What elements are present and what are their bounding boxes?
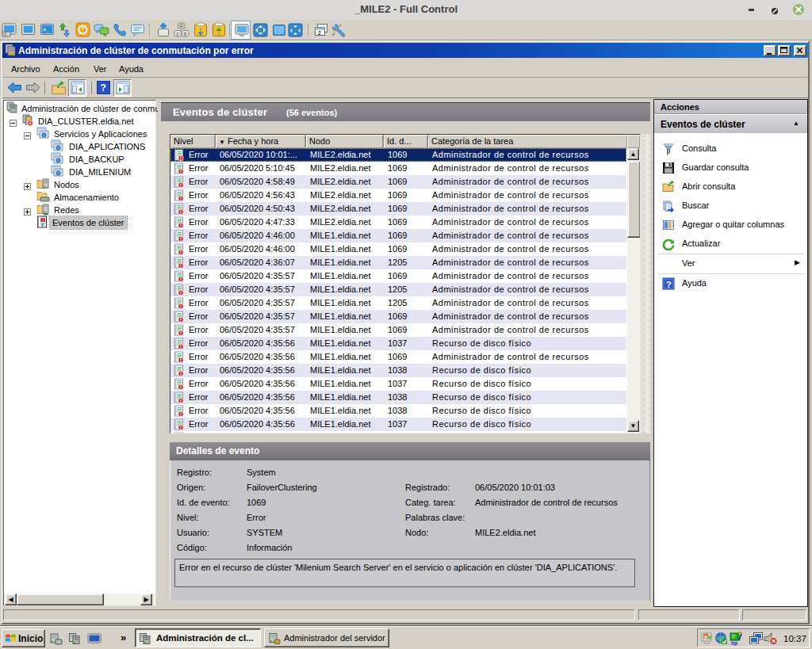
svg-text:C: C xyxy=(176,32,179,36)
svg-text:2: 2 xyxy=(318,30,321,36)
svg-text:>_: >_ xyxy=(43,27,49,32)
svg-text:⠿: ⠿ xyxy=(4,32,7,36)
svg-text:hp: hp xyxy=(731,640,737,647)
svg-text:D: D xyxy=(184,32,187,36)
svg-text:A: A xyxy=(180,24,183,29)
svg-text:?: ? xyxy=(101,82,106,94)
svg-text:?: ? xyxy=(666,280,672,289)
svg-text:¿: ¿ xyxy=(41,223,44,227)
